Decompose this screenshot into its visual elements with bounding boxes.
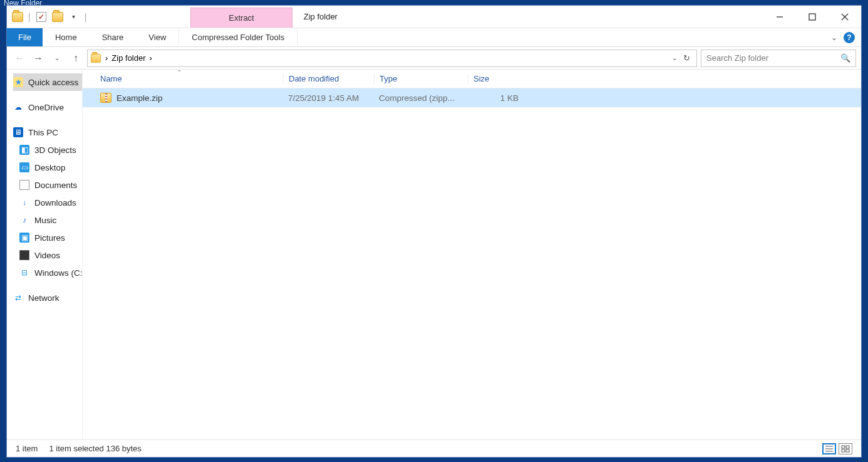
folder-icon xyxy=(91,53,101,62)
nav-label: Desktop xyxy=(34,163,66,172)
up-button[interactable]: ↑ xyxy=(68,51,83,66)
view-toggle xyxy=(822,443,852,454)
context-tab-group: Extract xyxy=(190,6,292,28)
minimize-button[interactable] xyxy=(763,6,796,28)
status-selection: 1 item selected 136 bytes xyxy=(49,444,141,453)
explorer-body: ★ Quick access ☁ OneDrive 🖥 This PC ◧ 3D… xyxy=(7,70,861,439)
svg-rect-1 xyxy=(809,14,815,20)
nav-windows-c[interactable]: ⊟ Windows (C:) xyxy=(13,264,82,281)
svg-rect-7 xyxy=(842,446,845,448)
video-icon xyxy=(19,250,29,260)
navigation-pane: ★ Quick access ☁ OneDrive 🖥 This PC ◧ 3D… xyxy=(7,70,82,439)
qat-properties-button[interactable]: ✓ xyxy=(34,10,48,24)
chevron-down-icon: ▾ xyxy=(72,13,75,20)
drive-icon: ⊟ xyxy=(19,268,29,278)
file-list-area: Name ⌃ Date modified Type Size Example.z… xyxy=(82,70,861,439)
nav-documents[interactable]: Documents xyxy=(13,176,82,194)
nav-label: OneDrive xyxy=(28,103,64,112)
qat-customize-button[interactable]: ▾ xyxy=(67,10,81,24)
nav-label: Network xyxy=(28,293,59,303)
address-dropdown-button[interactable]: ⌄ xyxy=(672,55,677,61)
star-icon: ★ xyxy=(13,77,23,87)
details-view-button[interactable] xyxy=(822,443,836,454)
nav-network[interactable]: ⇄ Network xyxy=(13,289,82,307)
nav-onedrive[interactable]: ☁ OneDrive xyxy=(13,98,82,116)
nav-label: Pictures xyxy=(34,233,65,243)
nav-music[interactable]: ♪ Music xyxy=(13,211,82,229)
cloud-icon: ☁ xyxy=(13,102,23,112)
nav-this-pc[interactable]: 🖥 This PC xyxy=(13,123,82,141)
nav-label: Downloads xyxy=(34,198,76,207)
refresh-button[interactable]: ↻ xyxy=(683,53,690,63)
recent-locations-button[interactable]: ⌄ xyxy=(49,51,65,66)
file-rows: Example.zip 7/25/2019 1:45 AM Compressed… xyxy=(83,88,861,439)
file-row[interactable]: Example.zip 7/25/2019 1:45 AM Compressed… xyxy=(83,88,861,107)
chevron-down-icon: ⌄ xyxy=(54,55,59,61)
nav-label: Documents xyxy=(34,181,77,190)
nav-label: This PC xyxy=(28,128,58,137)
column-label: Name xyxy=(100,74,122,83)
ribbon-tab-file[interactable]: File xyxy=(7,28,43,46)
window-title: Zip folder xyxy=(292,6,349,28)
sort-indicator-icon: ⌃ xyxy=(177,70,182,76)
large-icons-view-button[interactable] xyxy=(839,443,852,454)
nav-downloads[interactable]: ↓ Downloads xyxy=(13,194,82,211)
document-icon xyxy=(19,180,29,190)
column-header-type[interactable]: Type xyxy=(374,74,468,83)
maximize-button[interactable] xyxy=(796,6,829,28)
column-header-name[interactable]: Name ⌃ xyxy=(95,74,283,83)
ribbon-tab-home[interactable]: Home xyxy=(43,28,90,46)
status-bar: 1 item 1 item selected 136 bytes xyxy=(7,439,861,457)
forward-button[interactable]: → xyxy=(31,51,46,66)
checkmark-icon: ✓ xyxy=(36,12,46,22)
file-type-cell: Compressed (zipp... xyxy=(374,93,468,103)
nav-quick-access[interactable]: ★ Quick access xyxy=(13,73,82,91)
nav-label: Videos xyxy=(34,251,60,260)
nav-label: 3D Objects xyxy=(34,145,76,155)
titlebar: | ✓ ▾ | Extract Zip folder xyxy=(7,6,861,28)
help-button[interactable]: ? xyxy=(844,32,855,43)
context-tab-extract[interactable]: Extract xyxy=(190,8,292,28)
close-button[interactable] xyxy=(829,6,861,28)
cube-icon: ◧ xyxy=(19,145,29,155)
file-name: Example.zip xyxy=(116,93,163,103)
search-icon: 🔍 xyxy=(840,53,850,63)
nav-label: Windows (C:) xyxy=(34,268,82,278)
breadcrumb-item[interactable]: Zip folder xyxy=(111,53,145,63)
music-icon: ♪ xyxy=(19,215,29,225)
nav-desktop[interactable]: ▭ Desktop xyxy=(13,159,82,176)
column-header-date[interactable]: Date modified xyxy=(283,74,374,83)
navigation-toolbar: ← → ⌄ ↑ › Zip folder › ⌄ ↻ Search Zip fo… xyxy=(7,47,861,70)
nav-3d-objects[interactable]: ◧ 3D Objects xyxy=(13,141,82,159)
file-name-cell: Example.zip xyxy=(95,93,283,103)
ribbon-tab-share[interactable]: Share xyxy=(90,28,137,46)
folder-icon xyxy=(52,12,63,22)
breadcrumb-separator: › xyxy=(105,53,108,63)
ribbon-tab-compressed-tools[interactable]: Compressed Folder Tools xyxy=(178,28,297,46)
file-explorer-window: | ✓ ▾ | Extract Zip folder File Home Sha… xyxy=(6,5,862,458)
address-bar[interactable]: › Zip folder › ⌄ ↻ xyxy=(87,50,697,67)
breadcrumb-separator: › xyxy=(150,53,152,63)
folder-icon xyxy=(12,12,23,22)
nav-pictures[interactable]: ▣ Pictures xyxy=(13,229,82,246)
desktop-icon: ▭ xyxy=(19,162,29,172)
app-icon[interactable] xyxy=(11,10,24,24)
back-button[interactable]: ← xyxy=(12,51,27,66)
ribbon-tabs: File Home Share View Compressed Folder T… xyxy=(7,28,861,47)
pictures-icon: ▣ xyxy=(19,233,29,243)
qat-new-folder-button[interactable] xyxy=(51,10,65,24)
download-icon: ↓ xyxy=(19,197,29,207)
nav-label: Quick access xyxy=(28,78,78,87)
file-size-cell: 1 KB xyxy=(468,93,527,103)
search-box[interactable]: Search Zip folder 🔍 xyxy=(701,50,856,67)
zip-icon xyxy=(100,93,111,103)
status-item-count: 1 item xyxy=(16,444,38,453)
nav-videos[interactable]: Videos xyxy=(13,246,82,264)
ribbon-expand-button[interactable]: ⌄ xyxy=(831,33,837,42)
column-header-size[interactable]: Size xyxy=(468,74,527,83)
monitor-icon: 🖥 xyxy=(13,127,23,137)
window-controls xyxy=(763,6,861,28)
nav-label: Music xyxy=(34,216,56,225)
svg-rect-8 xyxy=(846,446,849,448)
ribbon-tab-view[interactable]: View xyxy=(136,28,178,46)
